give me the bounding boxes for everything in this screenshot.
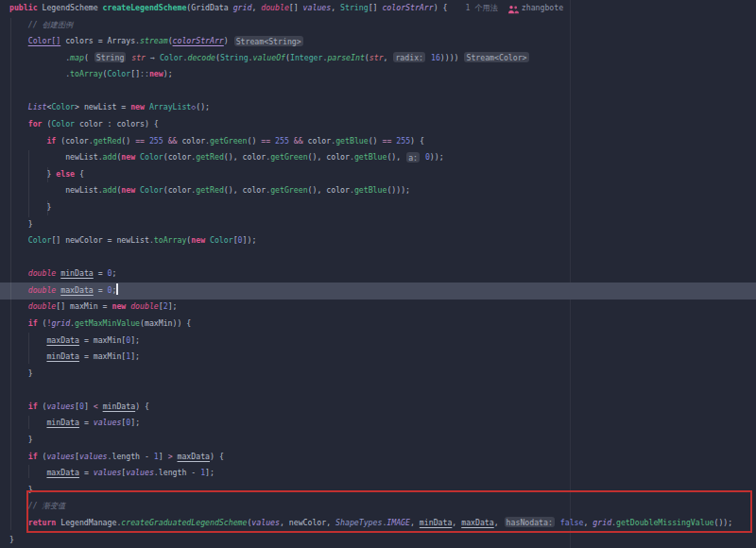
code-token: (), color [308,152,350,162]
code-token: values [126,468,154,477]
code-token: ] [84,402,94,411]
code-token: getBlue [335,136,369,146]
code-token: ]; [205,468,215,477]
code-token: ]; [130,351,140,361]
code-token: = maxMin[ [79,351,126,361]
code-token: add [103,185,117,195]
code-token: = [79,418,94,427]
author-hint[interactable]: zhangbote [522,3,563,12]
code-token: minData [420,518,453,527]
code-line: .toArray(Color[]::new); [9,66,756,83]
code-token: minData [103,402,136,411]
code-token: double [261,3,289,12]
code-token [9,36,28,45]
code-token: new [130,102,145,111]
code-token: ) { [434,3,453,12]
code-token: () [121,136,135,146]
code-line: } [9,199,756,216]
code-line: newList.add(new Color(color.getRed(), co… [9,182,756,199]
code-token: , [410,518,420,527]
code-token: str [369,53,384,62]
code-token: colors = Arrays [60,36,135,45]
code-token: colorStrArr [173,36,224,45]
code-token: } [9,368,33,378]
code-token [9,418,46,427]
code-token: createGraduatedLegendScheme [121,518,247,527]
code-token: ( [84,53,94,62]
code-token: 255 [275,136,289,146]
code-token: == [261,136,270,146]
code-token: (), color [224,185,266,195]
code-token [9,102,28,111]
code-token: } [9,202,51,212]
code-token: if [28,452,38,461]
inlay-hint-chip: radix: [393,52,425,62]
code-editor[interactable]: public LegendScheme createLegendScheme(G… [0,0,756,548]
code-token: (color [163,152,192,162]
users-icon[interactable] [507,4,519,13]
code-token: = [94,268,108,278]
code-token: add [103,152,117,162]
code-token: if [46,136,56,146]
code-token: 255 [396,136,410,146]
code-token: Color [140,185,163,195]
code-line: double minData = 0; [9,265,756,283]
code-token: == [382,136,391,146]
usage-count-hint[interactable]: 1 个用法 [465,3,497,12]
code-token: values [94,468,122,477]
code-token: Color [28,235,52,245]
code-line: minData = values[0]; [9,415,756,432]
code-token: getRed [196,152,224,162]
code-token: ) { [135,402,149,411]
code-token: Color [140,152,163,162]
code-token: for [28,119,43,128]
inlay-hint-chip: Stream<Color> [464,52,528,62]
code-token: Color [210,235,233,245]
code-line [9,382,756,399]
code-token [9,402,28,411]
code-token: } [9,485,33,494]
code-token: color [178,136,206,146]
code-token: ())); [387,185,410,195]
code-token: new [121,152,135,162]
code-token [9,318,28,328]
code-token: new [121,185,135,195]
code-token: toArray [154,235,187,245]
code-token: double [28,268,57,278]
code-token: maxData [46,468,79,477]
code-token: createLegendScheme [103,3,187,12]
code-token [9,335,46,345]
code-token: GridData [191,3,232,12]
code-token: new [191,235,205,245]
code-token: values [94,418,122,427]
code-line: if (!grid.getMaxMinValue(maxMin)) { [9,316,756,333]
code-token: getGreen [270,185,307,195]
code-token: minData [46,418,79,427]
code-line: return LegendManage.createGraduatedLegen… [9,515,756,532]
code-line: double maxData = 0; [9,283,756,300]
code-token: } [9,219,33,229]
code-token: color : colors) { [75,119,159,128]
code-token: minData [46,351,79,361]
code-token: getBlue [354,185,387,195]
code-token: maxData [60,285,94,295]
code-token [9,285,28,295]
code-token: ShapeTypes [335,518,382,527]
code-token: minData [60,268,94,278]
inlay-hint-chip: String [94,52,127,62]
code-token: color [303,136,332,146]
code-line: List<Color> newList = new ArrayList◇(); [9,99,756,116]
code-token: getBlue [354,152,387,162]
code-line: } [9,532,756,548]
code-token: ]; [168,301,178,311]
code-token: getGreen [270,152,307,162]
code-token [9,235,28,245]
code-token: values [79,452,108,461]
code-token: false [560,518,584,527]
code-token: Color [51,102,75,111]
code-token: return [28,518,57,527]
code-area[interactable]: public LegendScheme createLegendScheme(G… [0,0,756,548]
code-token: ]; [130,418,140,427]
code-token: // 渐变值 [9,501,65,510]
code-token: ()); [714,518,733,527]
